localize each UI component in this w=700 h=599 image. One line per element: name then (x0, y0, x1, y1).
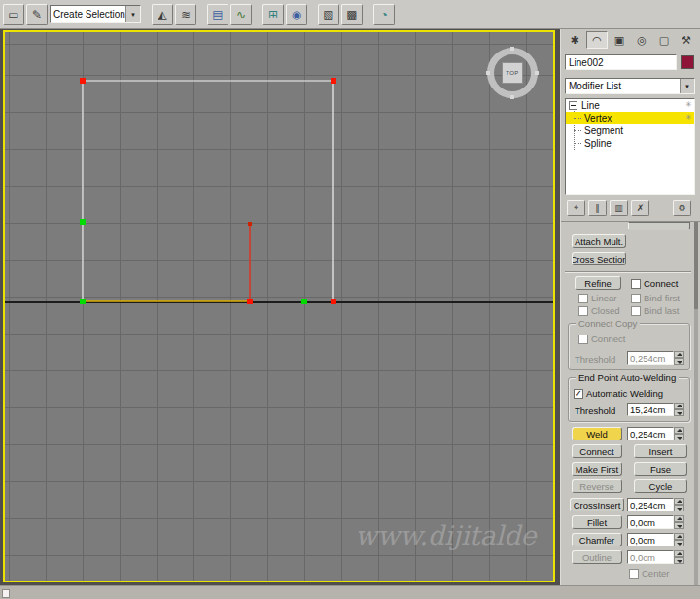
spinner-up-icon[interactable] (674, 403, 684, 409)
make-first-button[interactable]: Make First (572, 462, 622, 476)
fillet-spinner[interactable] (627, 515, 684, 529)
weld-threshold-spinner[interactable] (627, 403, 684, 416)
spinner-down-icon[interactable] (674, 434, 684, 440)
end-vertex-marker[interactable] (301, 299, 307, 304)
cross-insert-field[interactable] (627, 498, 674, 511)
spinner-up-icon[interactable] (674, 515, 684, 522)
spinner-down-icon[interactable] (674, 409, 684, 416)
viewport-top[interactable]: TOP www.dijitalde (3, 30, 555, 582)
checkbox-box[interactable] (578, 294, 588, 303)
insert-button[interactable]: Insert (634, 444, 687, 458)
vertex-marker[interactable] (248, 222, 252, 226)
dropdown-arrow-icon[interactable]: ▼ (680, 79, 694, 93)
spinner-up-icon[interactable] (674, 427, 684, 434)
end-vertex-marker[interactable] (80, 299, 86, 304)
vertex-marker[interactable] (331, 78, 336, 84)
connect-copy-checkbox[interactable]: Connect (578, 334, 625, 344)
spinner-down-icon[interactable] (674, 358, 684, 365)
outline-button[interactable]: Outline (572, 550, 622, 564)
align-icon[interactable]: ≋ (175, 4, 196, 25)
scrollbar-thumb[interactable] (694, 222, 698, 309)
checkbox-box[interactable]: ✓ (574, 389, 583, 399)
quick-render-icon[interactable]: ◔ (373, 4, 395, 25)
edit-named-selections-icon[interactable]: ✎ (26, 4, 48, 25)
chamfer-field[interactable] (627, 533, 674, 546)
checkbox-box[interactable] (631, 279, 641, 289)
fuse-button[interactable]: Fuse (634, 462, 687, 476)
stack-row-segment[interactable]: Segment (566, 124, 694, 137)
tab-modify-icon[interactable]: ◠ (586, 31, 608, 49)
checkbox-box[interactable] (631, 294, 641, 303)
weld-button[interactable]: Weld (572, 427, 622, 440)
layer-manager-icon[interactable]: ▤ (207, 4, 228, 25)
cross-section-button[interactable]: Cross Section (572, 252, 626, 265)
dropdown-arrow-icon[interactable]: ▼ (125, 6, 140, 22)
connect-button[interactable]: Connect (572, 444, 622, 458)
closed-checkbox[interactable]: Closed (578, 305, 620, 316)
modifier-list-dropdown[interactable]: Modifier List ▼ (565, 78, 695, 94)
make-unique-icon[interactable]: ▥ (610, 200, 628, 216)
checkbox-box[interactable] (631, 306, 641, 316)
stack-row-vertex[interactable]: Vertex ✳ (566, 112, 694, 124)
spinner-down-icon[interactable] (674, 540, 684, 546)
pin-stack-icon[interactable]: ⌖ (567, 200, 585, 216)
linear-checkbox[interactable]: Linear (578, 293, 616, 303)
outline-spinner[interactable] (627, 550, 684, 564)
gizmo-view-label[interactable]: TOP (502, 62, 523, 84)
object-name-field[interactable] (565, 54, 677, 70)
rendered-frame-icon[interactable]: ▩ (341, 4, 363, 25)
checkbox-box[interactable] (578, 335, 588, 344)
fillet-button[interactable]: Fillet (572, 515, 622, 529)
curve-editor-icon[interactable]: ∿ (230, 4, 252, 25)
vertex-marker[interactable] (80, 78, 86, 84)
automatic-welding-checkbox[interactable]: ✓ Automatic Welding (574, 388, 663, 399)
partial-hidden-control[interactable] (628, 222, 690, 230)
remove-modifier-icon[interactable]: ✗ (631, 200, 649, 216)
render-setup-icon[interactable]: ▧ (318, 4, 339, 25)
schematic-view-icon[interactable]: ⊞ (262, 4, 284, 25)
cycle-button[interactable]: Cycle (634, 479, 687, 493)
collapse-icon[interactable] (569, 101, 578, 110)
spinner-down-icon[interactable] (674, 505, 684, 511)
spinner-down-icon[interactable] (674, 522, 684, 529)
spline-shape[interactable] (5, 32, 553, 581)
chamfer-button[interactable]: Chamfer (572, 533, 622, 546)
spinner-down-icon[interactable] (674, 557, 684, 564)
modifier-stack[interactable]: Line ✳ Vertex ✳ Segment Spline (565, 98, 695, 195)
bind-first-checkbox[interactable]: Bind first (631, 293, 680, 303)
chamfer-spinner[interactable] (627, 533, 684, 546)
spinner-up-icon[interactable] (674, 351, 684, 358)
tab-motion-icon[interactable]: ◎ (631, 31, 652, 49)
checkbox-box[interactable] (629, 569, 639, 579)
bind-last-checkbox[interactable]: Bind last (631, 305, 679, 316)
end-vertex-marker[interactable] (80, 219, 86, 225)
material-editor-icon[interactable]: ◉ (286, 4, 307, 25)
center-checkbox[interactable]: Center (629, 568, 670, 579)
stack-row-spline[interactable]: Spline (566, 137, 694, 150)
panel-scrollbar[interactable] (694, 222, 698, 586)
tab-display-icon[interactable]: ▢ (653, 31, 675, 49)
reverse-button[interactable]: Reverse (572, 479, 622, 493)
refine-button[interactable]: Refine (575, 276, 621, 290)
checkbox-box[interactable] (578, 306, 588, 316)
viewcube-gizmo[interactable]: TOP (487, 48, 538, 98)
object-color-swatch[interactable] (681, 55, 694, 69)
connect-copy-threshold-spinner[interactable] (627, 351, 684, 365)
weld-value-field[interactable] (627, 427, 674, 440)
spinner-up-icon[interactable] (674, 498, 684, 505)
refine-connect-checkbox[interactable]: Connect (631, 278, 678, 289)
tab-hierarchy-icon[interactable]: ▣ (609, 31, 630, 49)
vertex-marker[interactable] (331, 299, 336, 304)
named-selection-set-combo[interactable]: Create Selection Se ▼ (50, 5, 141, 23)
cross-insert-spinner[interactable] (627, 498, 684, 511)
tab-create-icon[interactable]: ✱ (564, 31, 585, 49)
cross-insert-button[interactable]: CrossInsert (570, 498, 624, 511)
mini-listener-fragment[interactable] (2, 589, 10, 598)
show-end-result-icon[interactable]: ∥ (588, 200, 607, 216)
threshold-field[interactable] (627, 351, 674, 365)
attach-mult-button[interactable]: Attach Mult. (572, 234, 626, 248)
vertex-marker[interactable] (247, 299, 253, 304)
spinner-up-icon[interactable] (674, 533, 684, 540)
mirror-icon[interactable]: ◭ (152, 4, 173, 25)
outline-field[interactable] (627, 550, 674, 564)
